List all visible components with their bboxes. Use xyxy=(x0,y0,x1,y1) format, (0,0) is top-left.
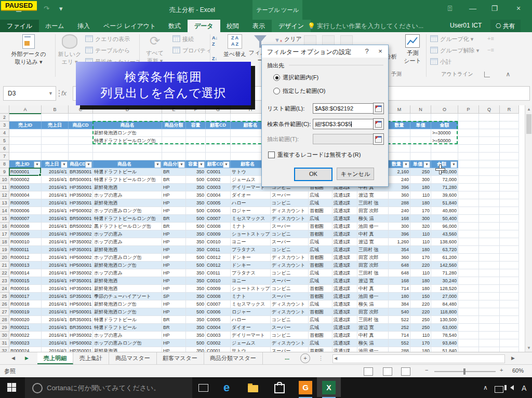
filter-dropdown-icon[interactable]: ▼ xyxy=(223,161,230,168)
fx-icon[interactable]: fx xyxy=(61,89,66,97)
close-icon[interactable]: × xyxy=(511,4,526,12)
data-cell[interactable]: 柳矢 温 xyxy=(357,339,389,347)
data-cell[interactable]: 三田村 強 xyxy=(357,246,389,254)
empty-cell[interactable] xyxy=(500,145,519,153)
ribbon-tab-3[interactable]: 挿入 xyxy=(71,20,97,32)
empty-cell[interactable] xyxy=(479,262,500,269)
table-header-cell[interactable]: 数量▼ xyxy=(389,160,410,168)
data-cell[interactable]: ホップの恵み xyxy=(93,332,162,339)
row-header-9[interactable]: 9 xyxy=(0,168,9,176)
empty-cell[interactable] xyxy=(500,223,519,230)
data-cell[interactable]: C0006 xyxy=(206,207,231,215)
clear-filter-button[interactable]: ▼xクリア xyxy=(274,35,302,43)
data-cell[interactable]: 広域 xyxy=(309,199,332,207)
data-cell[interactable]: 84,480 xyxy=(431,300,458,308)
data-cell[interactable]: C0001 xyxy=(206,168,231,176)
data-cell[interactable]: HP350002 xyxy=(69,238,93,246)
data-cell[interactable]: 特選ドラフトビール xyxy=(93,324,162,332)
data-cell[interactable]: ホップの恵み xyxy=(93,269,162,277)
data-cell[interactable]: ミナト xyxy=(231,293,271,300)
data-cell[interactable]: HP xyxy=(162,347,186,352)
empty-cell[interactable] xyxy=(410,114,431,121)
data-cell[interactable]: 170 xyxy=(410,207,431,215)
empty-cell[interactable] xyxy=(479,168,500,176)
ribbon-display-options-icon[interactable]: ⍐ xyxy=(443,4,457,13)
filter-dropdown-icon[interactable]: ▼ xyxy=(154,161,161,168)
data-cell[interactable]: ロジャー xyxy=(231,308,271,316)
data-cell[interactable]: 2,160 xyxy=(389,168,410,176)
empty-cell[interactable] xyxy=(458,153,479,160)
ribbon-tab-4[interactable]: ページ レイアウト xyxy=(97,20,163,32)
sheet-nav-right-icon[interactable]: ▶ xyxy=(25,355,29,361)
scroll-down-icon[interactable]: ▼ xyxy=(525,344,532,352)
empty-cell[interactable] xyxy=(206,137,231,145)
unique-records-label[interactable]: 重複するレコードは無視する(R) xyxy=(277,151,361,159)
data-cell[interactable]: R000013 xyxy=(9,262,42,269)
data-cell[interactable]: 広域 xyxy=(309,246,332,254)
data-cell[interactable]: 540 xyxy=(389,308,410,316)
filter-dropdown-icon[interactable]: ▼ xyxy=(85,161,92,168)
data-cell[interactable]: 田宮 次郎 xyxy=(357,207,389,215)
data-cell[interactable]: HP350002 xyxy=(69,269,93,277)
data-cell[interactable]: 首都圏 xyxy=(309,332,332,339)
collapse-ribbon-icon[interactable]: ∧ xyxy=(503,71,513,78)
empty-cell[interactable] xyxy=(431,153,458,160)
empty-cell[interactable] xyxy=(500,114,519,121)
empty-cell[interactable] xyxy=(479,238,500,246)
data-cell[interactable]: SP xyxy=(162,293,186,300)
empty-cell[interactable] xyxy=(458,230,479,238)
data-cell[interactable]: 2016/4/1 xyxy=(42,230,69,238)
data-cell[interactable]: 96,000 xyxy=(431,223,458,230)
page-layout-view-icon[interactable] xyxy=(383,367,392,376)
data-cell[interactable]: C0009 xyxy=(206,230,231,238)
sheet-tab-2[interactable]: 売上集計 xyxy=(73,352,109,364)
data-cell[interactable]: HP350002 xyxy=(69,230,93,238)
row-header-18[interactable]: 18 xyxy=(0,238,9,246)
row-header-32[interactable]: 32 xyxy=(0,347,9,352)
redo-icon[interactable]: ↷ xyxy=(44,5,49,12)
ime-mode-indicator[interactable]: A xyxy=(522,384,526,392)
empty-cell[interactable] xyxy=(500,153,519,160)
empty-cell[interactable] xyxy=(9,153,42,160)
data-cell[interactable]: ディスカウント xyxy=(271,254,309,262)
radio-copy-to[interactable] xyxy=(273,88,280,94)
criteria-product-cell[interactable]: 新鮮発泡酒ロング缶 xyxy=(93,129,162,137)
data-cell[interactable]: 714 xyxy=(389,332,410,339)
data-cell[interactable]: BR xyxy=(162,324,186,332)
data-cell[interactable]: HP350002 xyxy=(69,191,93,199)
data-cell[interactable]: 220 xyxy=(410,262,431,269)
data-cell[interactable]: ホップの恵みロング缶 xyxy=(93,254,162,262)
empty-cell[interactable] xyxy=(500,339,519,347)
data-cell[interactable]: 500 xyxy=(186,300,206,308)
row-header-2[interactable]: 2 xyxy=(0,114,9,121)
new-query-button[interactable]: 新しいク エリ ▾ xyxy=(57,33,82,66)
data-cell[interactable]: 2016/4/1 xyxy=(42,269,69,277)
data-cell[interactable]: 新鮮発泡酒 xyxy=(93,347,162,352)
empty-cell[interactable] xyxy=(458,145,479,153)
data-cell[interactable]: 首都圏 xyxy=(309,223,332,230)
empty-cell[interactable] xyxy=(93,145,162,153)
empty-cell[interactable] xyxy=(458,285,479,293)
data-cell[interactable]: HP500002 xyxy=(69,254,93,262)
data-cell[interactable]: 500 xyxy=(186,262,206,269)
vertical-scrollbar[interactable]: ▲ ▼ xyxy=(525,105,532,352)
data-cell[interactable]: 2016/4/1 xyxy=(42,199,69,207)
column-header-G[interactable]: G xyxy=(206,105,231,114)
data-cell[interactable]: ドンキー xyxy=(231,262,271,269)
column-header-R[interactable]: R xyxy=(500,105,519,114)
data-cell[interactable]: R000004 xyxy=(9,191,42,199)
data-cell[interactable]: C0012 xyxy=(206,254,231,262)
data-cell[interactable]: 新鮮発泡酒ロング缶 xyxy=(93,262,162,269)
add-sheet-icon[interactable]: + xyxy=(300,353,310,363)
empty-cell[interactable] xyxy=(458,238,479,246)
data-cell[interactable]: 110 xyxy=(410,269,431,277)
empty-cell[interactable] xyxy=(500,191,519,199)
empty-cell[interactable] xyxy=(458,269,479,277)
data-cell[interactable]: ディスカウント xyxy=(271,207,309,215)
data-cell[interactable]: C0011 xyxy=(206,246,231,254)
data-cell[interactable]: 流通2課 xyxy=(332,285,357,293)
data-cell[interactable]: 池田 修一 xyxy=(357,347,389,352)
data-cell[interactable]: ダイオー xyxy=(231,324,271,332)
empty-cell[interactable] xyxy=(69,114,93,121)
data-cell[interactable]: 1,260 xyxy=(389,238,410,246)
